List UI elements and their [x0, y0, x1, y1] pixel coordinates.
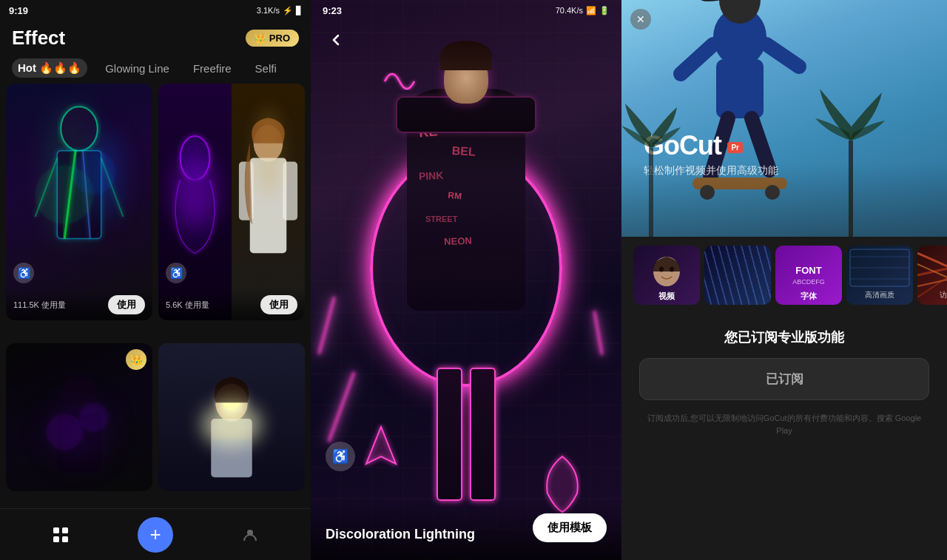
palm-right-svg	[814, 74, 888, 237]
nav-grid-icon[interactable]	[46, 520, 75, 550]
tab-selfi[interactable]: Selfi	[249, 59, 283, 78]
svg-line-3	[101, 158, 124, 217]
thumb-label-video: 视频	[633, 291, 700, 302]
svg-rect-23	[62, 527, 68, 533]
font-preview-label: ABCDEFG	[792, 278, 825, 286]
svg-rect-34	[649, 148, 653, 237]
profile-svg	[242, 527, 258, 543]
bluetooth-icon: ⚡	[283, 6, 293, 16]
effect-name-label: Discoloration Lightning	[326, 527, 475, 542]
nav-add-button[interactable]: +	[138, 517, 173, 553]
use-template-button[interactable]: 使用模板	[533, 513, 607, 542]
purple-effect-svg	[158, 84, 232, 320]
tabs-row: Hot 🔥🔥🔥 Glowing Line Freefire Selfi	[0, 55, 311, 84]
accessibility-icon-2: ♿	[166, 263, 186, 283]
preview-main: RE BEL PINK RM STREET NEON	[311, 0, 621, 560]
svg-rect-14	[57, 414, 101, 472]
preview-status-right: 70.4K/s 📶 🔋	[556, 6, 610, 16]
sub-title-text: 您已订阅专业版功能	[724, 328, 844, 346]
font-preview-text: FONT	[792, 265, 825, 277]
pro-label: PRO	[269, 33, 290, 44]
card-usage-2: 5.6K 使用量	[166, 300, 209, 311]
thumb-bg-speed	[704, 246, 771, 305]
subscribed-button[interactable]: 已订阅	[639, 358, 929, 400]
svg-rect-41	[716, 59, 764, 118]
thumbnails-row: 视频 FONT ABCDEFG 字体	[621, 237, 947, 314]
svg-point-9	[254, 125, 283, 162]
svg-point-0	[61, 107, 98, 150]
tab-hot[interactable]: Hot 🔥🔥🔥	[12, 58, 87, 78]
sub-footer: 订阅成功后,您可以无限制地访问GoCut的所有付费功能和内容。搜索 Google…	[639, 412, 929, 436]
tab-glowing-line[interactable]: Glowing Line	[99, 59, 175, 78]
thumbnail-visit[interactable]: 访问库	[917, 246, 947, 305]
thumb-label-hd: 高清画质	[846, 290, 913, 300]
status-bar-panel1: 9:19 3.1K/s ⚡ ▊	[0, 0, 311, 21]
thumbnail-speed[interactable]	[704, 246, 771, 305]
svg-rect-24	[53, 536, 59, 542]
neon-squiggle-svg	[377, 59, 422, 104]
svg-point-8	[181, 136, 210, 180]
neon-man-svg	[6, 84, 152, 320]
crown-icon: 👑	[255, 33, 266, 44]
thumbnail-font[interactable]: FONT ABCDEFG 字体	[775, 246, 842, 305]
thumbnail-hd[interactable]: 高清画质	[846, 246, 913, 305]
accessibility-circle-preview[interactable]: ♿	[326, 442, 355, 471]
subscription-section: 您已订阅专业版功能 已订阅 订阅成功后,您可以无限制地访问GoCut的所有付费功…	[621, 314, 947, 560]
card-bg-2	[158, 84, 305, 320]
page-title: Effect	[12, 27, 65, 50]
thumb-label-visit: 访问库	[917, 290, 947, 300]
pr-badge: Pr	[727, 142, 743, 153]
neon-legs	[429, 368, 503, 516]
svg-rect-35	[849, 141, 853, 237]
battery-level: ▊	[296, 6, 302, 16]
effect-card-4[interactable]	[158, 343, 305, 491]
svg-text:RM: RM	[448, 190, 462, 202]
svg-point-13	[61, 374, 98, 417]
svg-line-40	[766, 44, 799, 67]
svg-point-16	[79, 402, 109, 432]
svg-point-15	[46, 414, 82, 451]
preview-bottom-bar: Discoloration Lightning 使用模板	[311, 502, 621, 560]
svg-rect-25	[62, 536, 68, 542]
svg-point-46	[765, 185, 780, 200]
pro-badge[interactable]: 👑 PRO	[246, 30, 299, 47]
use-btn-1[interactable]: 使用	[108, 295, 145, 314]
card-left-purple	[158, 84, 232, 320]
card-bg-1	[6, 84, 152, 320]
leg-right	[470, 368, 496, 501]
girl-svg	[232, 84, 305, 320]
font-preview-container: FONT ABCDEFG	[792, 265, 825, 286]
card-right-girl	[232, 84, 305, 320]
accessibility-icon-1: ♿	[13, 263, 34, 283]
thumbnail-video[interactable]: 视频	[633, 246, 700, 305]
crown-badge-3: 👑	[126, 349, 146, 370]
svg-rect-12	[283, 162, 297, 220]
back-button[interactable]	[323, 27, 349, 53]
panel-preview: 9:23 70.4K/s 📶 🔋 RE	[311, 0, 621, 560]
svg-point-7	[72, 151, 115, 195]
speed-lines-effect	[704, 246, 771, 305]
svg-line-54	[917, 253, 947, 283]
thumb-label-font: 字体	[775, 291, 842, 302]
close-button[interactable]: ✕	[630, 9, 651, 30]
leg-left	[437, 368, 462, 501]
use-btn-2[interactable]: 使用	[260, 295, 297, 314]
effect-card-2[interactable]: ♿ 5.6K 使用量 使用	[158, 84, 305, 320]
effect-card-1[interactable]: ♿ 111.5K 使用量 使用	[6, 84, 152, 320]
effect-card-3[interactable]: 👑	[6, 343, 152, 491]
preview-time: 9:23	[323, 5, 342, 16]
status-time-panel1: 9:19	[9, 5, 28, 16]
close-icon: ✕	[636, 13, 645, 25]
svg-text:PINK: PINK	[418, 169, 443, 183]
tab-freefire[interactable]: Freefire	[187, 59, 237, 78]
battery-icon-preview: 🔋	[599, 6, 610, 16]
bottom-nav: +	[0, 508, 311, 560]
svg-line-39	[681, 44, 713, 74]
effect-header: Effect 👑 PRO	[0, 21, 311, 55]
card-usage-1: 111.5K 使用量	[13, 300, 66, 311]
panel-gocut: ✕	[621, 0, 947, 560]
back-arrow-icon	[328, 33, 343, 47]
svg-text:NEON: NEON	[444, 235, 472, 247]
nav-profile-icon[interactable]	[235, 520, 265, 550]
status-icons-panel1: 3.1K/s ⚡ ▊	[257, 6, 302, 16]
